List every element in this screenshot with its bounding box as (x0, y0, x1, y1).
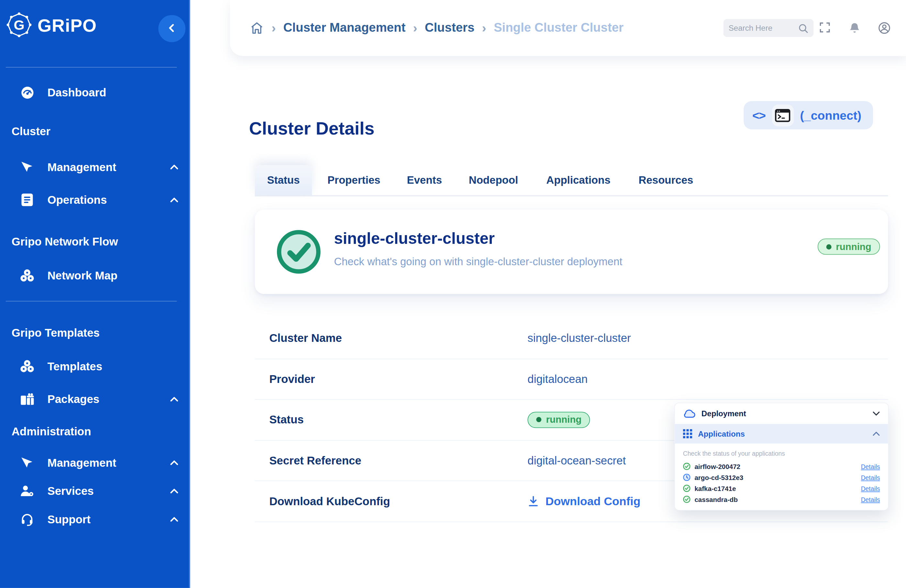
sidebar-item-label: Operations (47, 193, 107, 206)
sidebar-item-label: Support (47, 513, 90, 526)
breadcrumb-cluster-management[interactable]: Cluster Management (284, 21, 406, 35)
row-label: Cluster Name (255, 332, 528, 345)
search-input[interactable] (729, 24, 798, 32)
sidebar-item-network-map[interactable]: Network Map (20, 265, 179, 286)
sidebar-item-dashboard[interactable]: Dashboard (20, 82, 179, 103)
app-name: argo-cd-5312e3 (694, 474, 743, 481)
app-name: kafka-c1741e (694, 485, 736, 492)
sidebar-item-services[interactable]: Services (20, 481, 179, 501)
list-item: airflow-200472 Details (675, 461, 888, 472)
breadcrumb-separator: › (482, 21, 486, 35)
status-dot-icon (826, 244, 831, 249)
sidebar-item-label: Network Map (47, 269, 118, 282)
sidebar-item-label: Management (47, 161, 116, 174)
cluster-status-subtitle: Check what's going on with single-cluste… (334, 255, 622, 268)
status-badge: running (817, 238, 880, 255)
tab-status[interactable]: Status (255, 165, 312, 195)
sidebar-item-templates[interactable]: Templates (20, 356, 179, 376)
sidebar-item-packages[interactable]: Packages (20, 389, 179, 410)
cluster-name-heading: single-cluster-cluster (334, 229, 495, 248)
check-circle-icon (683, 462, 691, 470)
chevron-up-icon (873, 432, 880, 436)
app-details-link[interactable]: Details (861, 463, 880, 470)
sidebar-item-label: Services (47, 484, 94, 497)
fullscreen-icon[interactable] (818, 21, 831, 33)
app-logo-text: GRiPO (38, 16, 97, 36)
chevron-left-icon (167, 23, 177, 35)
sidebar-item-label: Packages (47, 392, 99, 406)
app-name: cassandra-db (694, 496, 738, 503)
status-dot-icon (536, 417, 541, 422)
breadcrumb-separator: › (271, 21, 276, 35)
connect-button[interactable]: <> (_connect) (743, 101, 873, 129)
packages-icon (20, 392, 35, 406)
chevron-up-icon (170, 516, 179, 522)
home-icon[interactable] (249, 21, 264, 35)
svg-text:G: G (14, 17, 24, 33)
search-icon[interactable] (798, 23, 808, 33)
sidebar-collapse-button[interactable] (158, 15, 185, 42)
table-row: Cluster Name single-cluster-cluster (255, 318, 888, 359)
breadcrumb: › Cluster Management › Clusters › Single… (249, 0, 624, 56)
sidebar-item-management[interactable]: Management (20, 156, 179, 177)
chevron-up-icon (170, 197, 179, 203)
terminal-icon (772, 104, 794, 126)
user-gear-icon (20, 484, 35, 499)
app-details-link[interactable]: Details (861, 474, 880, 481)
row-label: Secret Reference (255, 454, 528, 467)
app-details-link[interactable]: Details (861, 485, 880, 492)
row-label: Provider (255, 373, 528, 386)
sidebar-item-admin-management[interactable]: Management (20, 452, 179, 473)
download-config-link[interactable]: Download Config (528, 495, 640, 508)
popup-caption: Check the status of your applications (683, 450, 880, 457)
send-icon (20, 159, 35, 174)
sidebar-item-support[interactable]: Support (20, 509, 179, 529)
chevron-up-icon (170, 164, 179, 170)
tab-applications[interactable]: Applications (543, 165, 614, 195)
gripo-logo-icon: G (6, 12, 32, 40)
page-title: Cluster Details (249, 118, 375, 139)
grid-icon (683, 429, 692, 438)
sidebar-item-label: Management (47, 456, 116, 469)
chevron-up-icon (170, 460, 179, 465)
account-icon[interactable] (877, 21, 891, 35)
cloud-icon (683, 409, 696, 418)
popup-row-applications[interactable]: Applications (675, 424, 888, 444)
sidebar-section-templates: Gripo Templates (12, 326, 100, 339)
row-label: Download KubeConfig (255, 495, 528, 508)
check-circle-icon (683, 496, 691, 503)
app-window: G GRiPO Dashboard Cluster (0, 0, 906, 588)
code-icon: <> (752, 108, 765, 122)
sidebar-section-cluster: Cluster (12, 125, 51, 138)
status-badge: running (528, 412, 590, 428)
dashboard-icon (20, 85, 35, 100)
cluster-name-value: single-cluster-cluster (528, 332, 631, 345)
popup-deployment-label: Deployment (702, 409, 746, 418)
table-row: Provider digitalocean (255, 359, 888, 400)
bell-icon[interactable] (848, 21, 861, 35)
chevron-down-icon (873, 411, 880, 416)
sidebar-section-administration: Administration (12, 425, 91, 438)
check-circle-icon (683, 484, 691, 492)
sidebar-item-operations[interactable]: Operations (20, 190, 179, 210)
sidebar-divider (6, 301, 177, 301)
popup-row-deployment[interactable]: Deployment (675, 403, 888, 424)
send-icon (20, 455, 35, 470)
popup-applications-label: Applications (698, 430, 745, 438)
tab-nodepool[interactable]: Nodepool (466, 165, 521, 195)
connect-button-label: (_connect) (800, 108, 861, 122)
app-name: airflow-200472 (694, 463, 740, 470)
tab-events[interactable]: Events (405, 165, 444, 195)
provider-value: digitalocean (528, 373, 588, 386)
tab-resources[interactable]: Resources (635, 165, 696, 195)
clock-icon (683, 473, 691, 481)
tab-properties[interactable]: Properties (325, 165, 383, 195)
notes-icon (20, 193, 35, 207)
search-box[interactable] (724, 19, 814, 37)
app-details-link[interactable]: Details (861, 496, 880, 503)
breadcrumb-clusters[interactable]: Clusters (425, 21, 475, 35)
headset-icon (20, 512, 35, 527)
breadcrumb-separator: › (413, 21, 417, 35)
chevron-up-icon (170, 396, 179, 402)
sidebar-item-label: Templates (47, 360, 102, 373)
